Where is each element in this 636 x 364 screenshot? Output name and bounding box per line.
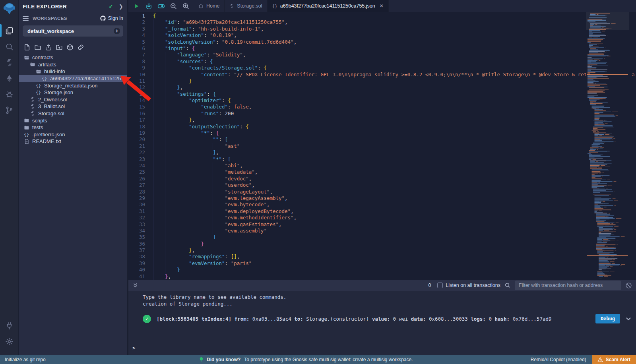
code-line-11[interactable]: 11} (128, 78, 636, 84)
tree-item-contracts[interactable]: contracts (19, 54, 127, 61)
minimap-slider[interactable] (586, 12, 629, 30)
link-icon[interactable] (77, 44, 84, 51)
new-file-icon[interactable] (23, 44, 31, 51)
cube-icon[interactable] (66, 44, 74, 51)
new-folder-icon[interactable] (34, 44, 41, 51)
code-editor[interactable]: 1{2"id": "a69b43f277ba20fcac141151250ca7… (128, 12, 636, 280)
code-line-24[interactable]: 24"abi", (128, 163, 636, 169)
tree-item-storage-sol[interactable]: Storage.sol (19, 110, 127, 117)
code-line-39[interactable]: 39"evmVersion": "paris" (128, 260, 636, 267)
tree-item-a69b43f277ba20fcac141151250ca7-[interactable]: {}a69b43f277ba20fcac141151250ca7... (19, 75, 127, 82)
tree-item--prettierrc-json[interactable]: {}.prettierrc.json (19, 131, 127, 138)
code-line-34[interactable]: 34"evm.assembly" (128, 228, 636, 234)
code-line-40[interactable]: 40} (128, 267, 636, 273)
activity-solidity-compiler[interactable] (0, 54, 19, 70)
code-line-14[interactable]: 14"optimizer": { (128, 97, 636, 104)
tree-item-storage-metadata-json[interactable]: {}Storage_metadata.json (19, 82, 127, 89)
tab-home[interactable]: Home (194, 0, 225, 12)
code-line-21[interactable]: 21"ast" (128, 143, 636, 149)
code-line-30[interactable]: 30"evm.bytecode", (128, 201, 636, 208)
remix-logo-icon[interactable] (3, 2, 16, 17)
clear-console-icon[interactable] (625, 282, 632, 289)
activity-file-explorer[interactable] (0, 23, 19, 39)
code-line-36[interactable]: 36} (128, 241, 636, 247)
tree-item-3-ballot-sol[interactable]: 3_Ballot.sol (19, 103, 127, 110)
tree-item-readme-txt[interactable]: README.txt (19, 138, 127, 145)
play-button[interactable] (132, 1, 141, 11)
activity-git[interactable] (0, 102, 19, 118)
code-line-7[interactable]: 7"language": "Solidity", (128, 52, 636, 58)
close-tab-icon[interactable]: ✕ (380, 3, 384, 9)
upload-file-icon[interactable] (45, 44, 52, 51)
copilot-status[interactable]: RemixAI Copilot (enabled) (531, 357, 586, 362)
tab-a69b43f277ba20fcac141151250ca755-json[interactable]: {}a69b43f277ba20fcac141151250ca755.json✕ (268, 0, 389, 12)
code-line-27[interactable]: 27"userdoc", (128, 182, 636, 188)
debug-button[interactable]: Debug (595, 314, 620, 323)
code-line-10[interactable]: 10"content": "// SPDX-License-Identifier… (128, 72, 636, 78)
code-line-16[interactable]: 16"runs": 200 (128, 110, 636, 117)
code-line-25[interactable]: 25"metadata", (128, 169, 636, 175)
workspace-spinner-icon[interactable]: ▲▼ (114, 28, 120, 34)
terminal-collapse-icon[interactable] (132, 283, 138, 288)
tree-item-artifacts[interactable]: artifacts (19, 61, 127, 68)
terminal[interactable]: Type the library name to see available c… (128, 291, 636, 355)
upload-folder-icon[interactable] (56, 44, 63, 51)
zoom-out-button[interactable] (169, 1, 178, 11)
code-line-23[interactable]: 23"*": [ (128, 156, 636, 163)
code-line-38[interactable]: 38"remappings": [], (128, 254, 636, 260)
code-line-13[interactable]: 13"settings": { (128, 91, 636, 97)
code-line-33[interactable]: 33"evm.gasEstimates", (128, 221, 636, 228)
workspace-select[interactable]: default_workspace ▲▼ (23, 25, 123, 37)
tree-item-2-owner-sol[interactable]: 2_Owner.sol (19, 96, 127, 103)
activity-search[interactable] (0, 39, 19, 54)
code-line-2[interactable]: 2"id": "a69b43f277ba20fcac141151250ca755… (128, 19, 636, 25)
terminal-prompt[interactable]: > (132, 345, 136, 351)
code-line-31[interactable]: 31"evm.deployedBytecode", (128, 208, 636, 215)
activity-deploy-and-run[interactable] (0, 70, 19, 86)
code-line-3[interactable]: 3"_format": "hh-sol-build-info-1", (128, 26, 636, 32)
code-line-19[interactable]: 19"*": { (128, 130, 636, 136)
code-line-37[interactable]: 37}, (128, 247, 636, 254)
tree-item-build-info[interactable]: build-info (19, 68, 127, 75)
code-line-35[interactable]: 35] (128, 234, 636, 240)
tx-filter-input[interactable] (515, 281, 621, 290)
tree-item-storage-json[interactable]: {}Storage.json (19, 89, 127, 96)
code-line-28[interactable]: 28"storageLayout", (128, 189, 636, 195)
code-line-17[interactable]: 17}, (128, 117, 636, 123)
tab-storage-sol[interactable]: Storage.sol (225, 0, 267, 12)
code-line-29[interactable]: 29"evm.legacyAssembly", (128, 195, 636, 201)
robot-button[interactable] (144, 1, 153, 11)
toggle-button[interactable] (156, 1, 166, 11)
terminal-search-icon[interactable] (504, 282, 511, 288)
code-line-5[interactable]: 5"solcLongVersion": "0.8.19+commit.7dd6d… (128, 39, 636, 45)
code-line-1[interactable]: 1{ (128, 13, 636, 19)
activity-debugger[interactable] (0, 86, 19, 102)
tx-expand-icon[interactable] (625, 315, 632, 322)
code-line-15[interactable]: 15"enabled": false, (128, 104, 636, 110)
code-line-8[interactable]: 8"sources": { (128, 58, 636, 65)
activity-plugin-manager[interactable] (0, 318, 19, 333)
code-line-18[interactable]: 18"outputSelection": { (128, 124, 636, 130)
code-line-22[interactable]: 22], (128, 149, 636, 156)
tree-item-scripts[interactable]: scripts (19, 117, 127, 124)
code-line-26[interactable]: 26"devdoc", (128, 176, 636, 182)
code-line-12[interactable]: 12}, (128, 84, 636, 91)
activity-settings[interactable] (0, 333, 19, 349)
minimap[interactable] (586, 12, 629, 280)
zoom-in-button[interactable] (181, 1, 190, 11)
git-init-button[interactable]: Initialize as git repo (0, 357, 46, 362)
code-line-9[interactable]: 9"contracts/Storage.sol": { (128, 65, 636, 71)
code-line-41[interactable]: 41}, (128, 273, 636, 280)
tree-item-tests[interactable]: tests (19, 124, 127, 131)
github-sign-in-button[interactable]: Sign in (100, 15, 123, 21)
workspaces-menu-icon[interactable] (23, 16, 29, 21)
code-line-20[interactable]: 20"": [ (128, 136, 636, 143)
code-line-6[interactable]: 6"input": { (128, 45, 636, 52)
scam-alert-button[interactable]: Scam Alert (592, 355, 636, 364)
line-number: 3 (128, 26, 153, 32)
code-line-32[interactable]: 32"evm.methodIdentifiers", (128, 215, 636, 221)
transaction-log-row[interactable]: ✓ [block:5583405 txIndex:4] from: 0xa03.… (143, 314, 632, 323)
listen-checkbox[interactable] (437, 283, 443, 288)
chevron-right-icon[interactable]: ❯ (119, 4, 123, 10)
code-line-4[interactable]: 4"solcVersion": "0.8.19", (128, 32, 636, 39)
